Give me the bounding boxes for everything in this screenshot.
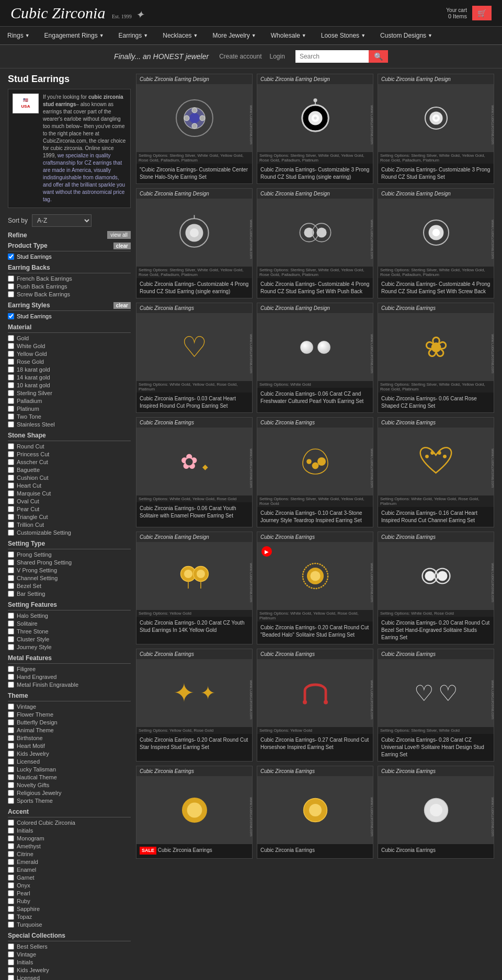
theme-sports[interactable]: Sports Theme bbox=[8, 798, 131, 804]
product-image[interactable]: www.CubicZirconia.com bbox=[378, 199, 494, 267]
video-play-icon[interactable]: ▶ bbox=[261, 546, 272, 557]
setting-bezel[interactable]: Bezel Set bbox=[8, 583, 131, 589]
product-image[interactable]: www.CubicZirconia.com bbox=[257, 659, 373, 727]
earring-style-stud[interactable]: Stud Earrings bbox=[8, 313, 131, 319]
product-image[interactable]: www.CubicZirconia.com bbox=[257, 84, 373, 152]
theme-nautical[interactable]: Nautical Theme bbox=[8, 774, 131, 780]
material-sterling-silver[interactable]: Sterling Silver bbox=[8, 390, 131, 396]
accent-garnet[interactable]: Garnet bbox=[8, 874, 131, 881]
material-palladium[interactable]: Palladium bbox=[8, 398, 131, 404]
product-title[interactable]: Cubic Zirconia Earrings bbox=[378, 844, 494, 857]
material-10k[interactable]: 10 karat gold bbox=[8, 382, 131, 388]
collection-initials[interactable]: Initials bbox=[8, 959, 131, 965]
material-white-gold[interactable]: White Gold bbox=[8, 343, 131, 349]
nav-loose-stones[interactable]: Loose Stones ▼ bbox=[314, 27, 373, 44]
product-title[interactable]: Cubic Zirconia Earrings- 0.03 Carat Hear… bbox=[136, 393, 252, 412]
accent-amethyst[interactable]: Amethyst bbox=[8, 843, 131, 849]
nav-earrings[interactable]: Earrings ▼ bbox=[111, 27, 156, 44]
product-image[interactable]: ✿ ◆ www.CubicZirconia.com bbox=[136, 428, 252, 495]
earring-back-push[interactable]: Push Back Earrings bbox=[8, 283, 131, 290]
logo-text[interactable]: Cubic Zirconia Est. 1999 ✦ bbox=[10, 4, 144, 22]
product-title[interactable]: Cubic Zirconia Earrings- 0.20 Carat CZ Y… bbox=[136, 617, 252, 637]
theme-flower[interactable]: Flower Theme bbox=[8, 711, 131, 718]
product-image[interactable]: ♡ www.CubicZirconia.com bbox=[136, 313, 252, 381]
product-title[interactable]: Cubic Zirconia Earrings- 0.10 Carat 3-St… bbox=[257, 507, 373, 527]
product-title[interactable]: Cubic Zirconia Earrings- Customizable 3 … bbox=[257, 164, 373, 183]
product-image[interactable]: www.CubicZirconia.com bbox=[378, 776, 494, 844]
metal-finish-engravable[interactable]: Metal Finish Engravable bbox=[8, 682, 131, 688]
product-title[interactable]: Cubic Zirconia Earrings- 0.06 Carat CZ a… bbox=[257, 388, 373, 408]
view-all-button[interactable]: view all bbox=[107, 231, 131, 239]
theme-birthstone[interactable]: Birthstone bbox=[8, 735, 131, 741]
accent-ruby[interactable]: Ruby bbox=[8, 898, 131, 904]
shape-oval[interactable]: Oval Cut bbox=[8, 498, 131, 504]
product-title[interactable]: Cubic Zirconia Earrings- Customizable 4 … bbox=[257, 278, 373, 298]
shape-triangle[interactable]: Triangle Cut bbox=[8, 514, 131, 520]
product-image[interactable]: ✦ ✦ www.CubicZirconia.com bbox=[136, 659, 252, 727]
create-account-link[interactable]: Create account bbox=[219, 53, 261, 60]
product-title[interactable]: Cubic Zirconia Earrings- 0.20 Carat Roun… bbox=[378, 617, 494, 644]
cart-button[interactable]: 🛒 bbox=[472, 6, 492, 20]
setting-channel[interactable]: Channel Setting bbox=[8, 575, 131, 581]
theme-heart-motif[interactable]: Heart Motif bbox=[8, 743, 131, 749]
accent-pearl[interactable]: Pearl bbox=[8, 890, 131, 896]
earring-back-french[interactable]: French Back Earrings bbox=[8, 275, 131, 282]
product-image[interactable]: www.CubicZirconia.com bbox=[378, 542, 494, 610]
product-image[interactable]: www.CubicZirconia.com bbox=[378, 428, 494, 495]
metal-filigree[interactable]: Filigree bbox=[8, 666, 131, 672]
collection-licensed[interactable]: Licensed bbox=[8, 975, 131, 980]
product-title[interactable]: "Cubic Zirconia Earrings- Customizable C… bbox=[136, 164, 252, 183]
product-image[interactable]: www.CubicZirconia.com bbox=[136, 542, 252, 610]
theme-butterfly[interactable]: Butterfly Design bbox=[8, 719, 131, 725]
theme-religious[interactable]: Religious Jewelry bbox=[8, 790, 131, 796]
earring-back-screw[interactable]: Screw Back Earrings bbox=[8, 291, 131, 297]
nav-wholesale[interactable]: Wholesale ▼ bbox=[264, 27, 314, 44]
shape-baguette[interactable]: Baguette bbox=[8, 467, 131, 473]
feature-journey[interactable]: Journey Style bbox=[8, 644, 131, 650]
nav-necklaces[interactable]: Necklaces ▼ bbox=[155, 27, 205, 44]
theme-kids-jewelry[interactable]: Kids Jewelry bbox=[8, 751, 131, 757]
product-title[interactable]: Cubic Zirconia Earrings- 0.06 Carat Rose… bbox=[378, 393, 494, 412]
shape-princess[interactable]: Princess Cut bbox=[8, 451, 131, 457]
material-14k[interactable]: 14 karat gold bbox=[8, 374, 131, 381]
shape-cushion[interactable]: Cushion Cut bbox=[8, 475, 131, 481]
product-image[interactable]: www.CubicZirconia.com bbox=[257, 199, 373, 267]
product-title[interactable]: Cubic Zirconia Earrings- 0.20 Carat Roun… bbox=[136, 734, 252, 754]
product-title[interactable]: Cubic Zirconia Earrings- 0.27 Carat Roun… bbox=[257, 734, 373, 754]
material-platinum[interactable]: Platinum bbox=[8, 406, 131, 412]
nav-more-jewelry[interactable]: More Jewelry ▼ bbox=[206, 27, 264, 44]
material-yellow-gold[interactable]: Yellow Gold bbox=[8, 351, 131, 357]
product-title[interactable]: Cubic Zirconia Earrings- 0.16 Carat Hear… bbox=[378, 507, 494, 527]
material-gold[interactable]: Gold bbox=[8, 335, 131, 341]
accent-monogram[interactable]: Monogram bbox=[8, 835, 131, 841]
theme-licensed[interactable]: Licensed bbox=[8, 758, 131, 765]
product-image[interactable]: ▶ www.CubicZirconia.com bbox=[257, 542, 373, 610]
product-image[interactable]: www.CubicZirconia.com bbox=[136, 84, 252, 152]
product-image[interactable]: www.CubicZirconia.com bbox=[136, 776, 252, 844]
accent-topaz[interactable]: Topaz bbox=[8, 914, 131, 920]
accent-emerald[interactable]: Emerald bbox=[8, 859, 131, 865]
product-image[interactable]: ♡ ♡ www.CubicZirconia.com bbox=[378, 659, 494, 727]
accent-citrine[interactable]: Citrine bbox=[8, 851, 131, 857]
accent-onyx[interactable]: Onyx bbox=[8, 882, 131, 889]
product-image[interactable]: www.CubicZirconia.com bbox=[378, 84, 494, 152]
collection-best-sellers[interactable]: Best Sellers bbox=[8, 943, 131, 950]
theme-novelty[interactable]: Novelty Gifts bbox=[8, 782, 131, 788]
shape-pear[interactable]: Pear Cut bbox=[8, 506, 131, 512]
theme-lucky-talisman[interactable]: Lucky Talisman bbox=[8, 766, 131, 773]
shape-trillion[interactable]: Trillion Cut bbox=[8, 522, 131, 528]
shape-asscher[interactable]: Asscher Cut bbox=[8, 459, 131, 465]
material-rose-gold[interactable]: Rose Gold bbox=[8, 359, 131, 365]
metal-hand-engraved[interactable]: Hand Engraved bbox=[8, 674, 131, 680]
product-image[interactable]: www.CubicZirconia.com bbox=[257, 776, 373, 844]
shape-round[interactable]: Round Cut bbox=[8, 443, 131, 449]
collection-vintage[interactable]: Vintage bbox=[8, 951, 131, 958]
product-title[interactable]: Cubic Zirconia Earrings- Customizable 3 … bbox=[378, 164, 494, 183]
feature-solitaire[interactable]: Solitaire bbox=[8, 620, 131, 627]
accent-enamel[interactable]: Enamel bbox=[8, 867, 131, 873]
product-title[interactable]: SALE Cubic Zirconia Earrings bbox=[136, 844, 252, 858]
product-type-clear[interactable]: clear bbox=[113, 243, 131, 249]
accent-turquoise[interactable]: Turquoise bbox=[8, 921, 131, 928]
product-title[interactable]: Cubic Zirconia Earrings- Customizable 4 … bbox=[136, 278, 252, 298]
shape-customizable[interactable]: Customizable Setting bbox=[8, 529, 131, 536]
